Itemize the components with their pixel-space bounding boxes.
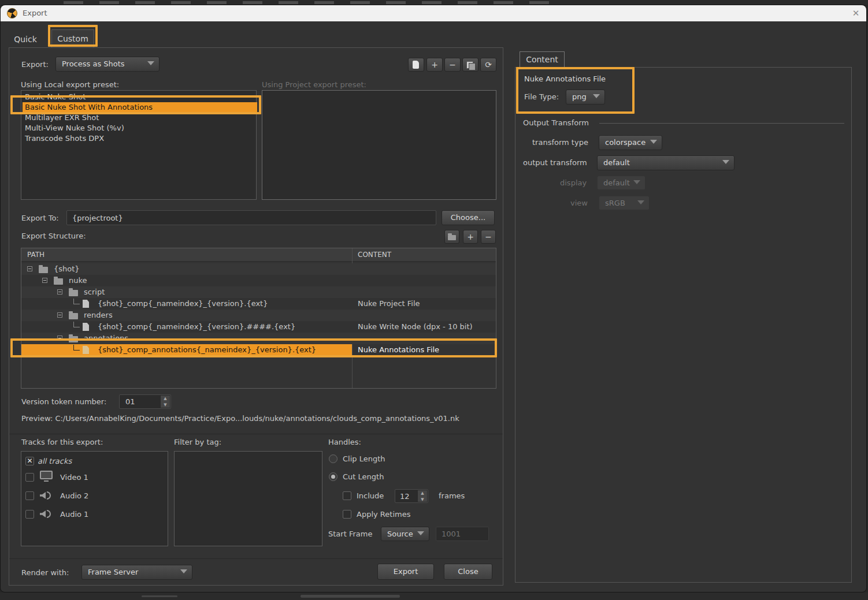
spin-up-icon[interactable]: ▲ [418,490,427,497]
chevron-down-icon [650,140,657,144]
statusbar-sliver [142,595,177,597]
include-checkbox[interactable] [343,491,351,500]
preset-item[interactable]: Multi-View Nuke Shot (%v) [23,123,257,133]
preview-path: Preview: C:/Users/AnnabelKing/Documents/… [21,414,459,423]
audio2-checkbox[interactable] [25,491,34,500]
render-with-dropdown[interactable]: Frame Server [81,565,192,580]
all-tracks-checkbox[interactable]: ✕ [25,457,34,465]
titlebar[interactable]: Export ✕ [1,5,866,21]
spin-up-icon[interactable]: ▲ [161,396,170,402]
local-preset-label: Using Local export preset: [21,80,119,89]
chevron-down-icon [722,160,729,164]
minus-icon: − [485,232,492,241]
tab-content[interactable]: Content [520,51,565,68]
transform-type-dropdown[interactable]: colorspace [599,135,662,150]
start-frame-field[interactable]: 1001 [436,527,489,541]
plus-icon: + [467,232,474,241]
choose-button[interactable]: Choose... [442,210,495,225]
structure-row[interactable]: renders [21,310,496,321]
filter-label: Filter by tag: [174,438,221,446]
path-name: nuke [69,276,87,285]
structure-row[interactable]: {shot}_comp{_nameindex}_{version}.####.{… [21,321,496,333]
track-label[interactable]: Video 1 [60,473,88,482]
render-with-value: Frame Server [88,568,138,576]
window-title: Export [23,9,47,17]
track-label[interactable]: all tracks [38,457,72,465]
section-divider [9,558,503,559]
clip-length-label[interactable]: Clip Length [343,454,385,463]
start-frame-mode: Source [387,530,413,538]
audio1-checkbox[interactable] [25,510,34,519]
spinner[interactable]: ▲ ▼ [160,396,170,408]
tracks-label: Tracks for this export: [21,438,103,446]
spin-down-icon[interactable]: ▼ [161,402,170,408]
remove-structure-button[interactable]: − [481,230,496,244]
clip-length-radio[interactable] [329,454,337,463]
annotation-highlight-custom-tab [48,25,98,47]
spinner[interactable]: ▲ ▼ [417,490,427,502]
include-frames-spinbox[interactable]: 12 ▲ ▼ [395,489,428,503]
statusbar-sliver [301,595,400,598]
cut-length-label[interactable]: Cut Length [343,472,384,481]
tree-expand-icon[interactable] [57,312,62,318]
output-transform-label: output transform [523,158,587,167]
track-label[interactable]: Audio 1 [60,510,88,519]
tab-quick[interactable]: Quick [9,31,42,48]
output-transform-value: default [603,158,630,167]
folder-icon [69,313,78,319]
track-label[interactable]: Audio 2 [60,491,88,500]
structure-row[interactable]: {shot} [21,263,496,275]
folder-icon [39,267,48,273]
render-with-label: Render with: [21,568,69,577]
duplicate-preset-button[interactable] [462,58,478,72]
view-value: sRGB [605,199,625,207]
path-name: {shot} [54,264,80,273]
structure-row[interactable]: nuke [21,275,496,286]
revert-preset-button[interactable]: ⟳ [480,58,496,72]
column-content[interactable]: CONTENT [358,251,391,259]
add-folder-button[interactable] [444,230,459,244]
speaker-icon [40,492,46,499]
structure-row[interactable]: script [21,286,496,298]
export-to-value: {projectroot} [72,214,123,222]
column-path[interactable]: PATH [27,251,44,259]
tree-expand-icon[interactable] [57,289,62,295]
display-value: default [603,178,630,187]
chevron-down-icon [637,200,644,204]
tree-expand-icon[interactable] [42,278,47,283]
spin-down-icon[interactable]: ▼ [418,497,427,503]
start-frame-dropdown[interactable]: Source [381,527,429,541]
chevron-down-icon [633,180,640,184]
check-x-icon: ✕ [27,457,32,465]
plus-icon: + [431,60,438,69]
path-name: {shot}_comp{_nameindex}_{version}.####.{… [98,322,295,331]
export-to-field[interactable]: {projectroot} [66,210,436,225]
preset-item[interactable]: Transcode Shots DPX [23,133,257,144]
version-token-spinbox[interactable]: 01 ▲ ▼ [119,394,171,409]
export-mode-dropdown[interactable]: Process as Shots [55,57,159,72]
add-preset-button[interactable]: + [426,58,443,72]
new-preset-button[interactable] [408,58,424,72]
project-preset-list [262,90,496,200]
version-token-label: Version token number: [21,397,106,406]
close-button[interactable]: Close [444,564,492,580]
remove-preset-button[interactable]: − [444,58,461,72]
section-rule [599,123,844,124]
structure-row[interactable]: {shot}_comp{_nameindex}_{version}.{ext} … [21,298,496,310]
close-icon[interactable]: ✕ [849,8,863,19]
add-structure-button[interactable]: + [463,230,478,244]
output-transform-dropdown[interactable]: default [597,155,735,170]
cut-length-radio[interactable] [329,472,337,481]
start-frame-label: Start Frame [328,530,372,538]
export-to-label: Export To: [21,214,59,222]
filter-by-tag-box[interactable] [174,451,322,546]
tree-expand-icon[interactable] [27,266,32,271]
export-structure-table: PATH CONTENT {shot} nuke script {shot}_c… [21,248,496,389]
include-label[interactable]: Include [357,491,384,500]
apply-retimes-checkbox[interactable] [343,510,351,519]
apply-retimes-label[interactable]: Apply Retimes [357,510,410,519]
speaker-icon [40,510,46,517]
video1-checkbox[interactable] [25,473,34,482]
export-button[interactable]: Export [377,564,434,580]
display-dropdown: default [597,176,646,190]
